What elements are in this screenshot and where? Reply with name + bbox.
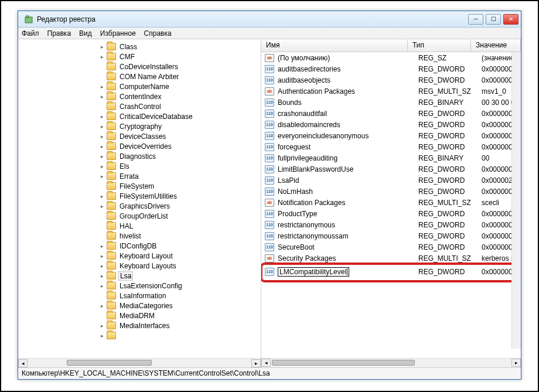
column-header-type[interactable]: Тип — [408, 39, 471, 52]
list-row[interactable]: 110BoundsREG_BINARY00 30 00 00 — [261, 97, 521, 108]
tree-node[interactable]: ▸GraphicsDrivers — [19, 201, 260, 211]
list-header[interactable]: Имя Тип Значение — [261, 39, 521, 52]
expander-icon[interactable] — [98, 312, 105, 319]
expander-icon[interactable]: ▸ — [98, 193, 105, 200]
list-vertical-scrollbar[interactable] — [511, 52, 521, 349]
value-name-edit[interactable]: LMCompatibilityLevel — [278, 267, 418, 277]
expander-icon[interactable] — [98, 223, 105, 230]
menu-help[interactable]: Справка — [144, 29, 172, 38]
tree-node[interactable]: ▸ — [19, 330, 260, 340]
scroll-left-arrow[interactable]: ◂ — [18, 359, 28, 367]
expander-icon[interactable]: ▸ — [98, 143, 105, 150]
list-row[interactable]: 110everyoneincludesanonymousREG_DWORD0x0… — [261, 130, 521, 141]
list-row[interactable]: 110auditbasedirectoriesREG_DWORD0x000000… — [261, 63, 521, 74]
close-button[interactable]: ✕ — [503, 14, 518, 25]
tree-node[interactable]: CoDeviceInstallers — [19, 62, 260, 71]
menu-edit[interactable]: Правка — [47, 29, 71, 38]
list-row[interactable]: abSecurity PackagesREG_MULTI_SZkerberos … — [261, 253, 521, 264]
tree-node[interactable]: ▸CMF — [19, 52, 260, 62]
tree-node[interactable]: MediaDRM — [19, 311, 260, 321]
list-row[interactable]: 110SecureBootREG_DWORD0x0000000 — [261, 241, 521, 253]
expander-icon[interactable]: ▸ — [98, 272, 105, 279]
expander-icon[interactable] — [98, 292, 105, 299]
tree-node[interactable]: GroupOrderList — [19, 211, 260, 221]
minimize-button[interactable]: ─ — [468, 14, 483, 25]
tree-node[interactable]: COM Name Arbiter — [19, 71, 260, 81]
list-body[interactable]: ab(По умолчанию)REG_SZ(значение110auditb… — [261, 52, 521, 358]
tree-node[interactable]: ▸MediaCategories — [19, 301, 260, 311]
list-horizontal-scrollbar[interactable]: ◂ ▸ — [261, 358, 521, 367]
expander-icon[interactable] — [98, 233, 105, 240]
expander-icon[interactable]: ▸ — [98, 302, 105, 309]
list-row[interactable]: 110NoLmHashREG_DWORD0x0000000 — [261, 186, 521, 197]
expander-icon[interactable]: ▸ — [98, 282, 105, 289]
tree-node[interactable]: hivelist — [19, 231, 260, 241]
list-row[interactable]: 110LsaPidREG_DWORD0x0000021 — [261, 175, 521, 186]
tree-node[interactable]: ▸ContentIndex — [19, 91, 260, 101]
expander-icon[interactable]: ▸ — [98, 173, 105, 180]
list-row[interactable]: abAuthentication PackagesREG_MULTI_SZmsv… — [261, 86, 521, 97]
tree-node[interactable]: ▸IDConfigDB — [19, 241, 260, 251]
expander-icon[interactable] — [98, 213, 105, 220]
tree-node[interactable]: LsaInformation — [19, 291, 260, 301]
list-row[interactable]: 110forceguestREG_DWORD0x0000000 — [261, 141, 521, 152]
tree-node[interactable]: ▸Lsa — [19, 271, 260, 281]
scroll-thumb[interactable] — [67, 360, 152, 366]
expander-icon[interactable]: ▸ — [98, 322, 105, 329]
list-row[interactable]: 110auditbaseobjectsREG_DWORD0x0000000 — [261, 74, 521, 86]
tree-node[interactable]: ▸Diagnostics — [19, 151, 260, 161]
tree-node[interactable]: ▸Errata — [19, 171, 260, 181]
scroll-thumb[interactable] — [272, 360, 415, 366]
expander-icon[interactable]: ▸ — [98, 203, 105, 210]
list-row[interactable]: ab(По умолчанию)REG_SZ(значение — [261, 52, 521, 63]
expander-icon[interactable]: ▸ — [98, 43, 105, 50]
tree-node[interactable]: ▸Class — [19, 42, 260, 52]
list-row[interactable]: 110disabledomaincredsREG_DWORD0x0000000 — [261, 119, 521, 130]
titlebar[interactable]: Редактор реестра ─ ☐ ✕ — [18, 11, 521, 28]
tree-node[interactable]: ▸Cryptography — [19, 121, 260, 131]
tree-node[interactable]: CrashControl — [19, 101, 260, 111]
tree-node[interactable]: FileSystem — [19, 181, 260, 191]
expander-icon[interactable] — [98, 63, 105, 70]
expander-icon[interactable] — [98, 183, 105, 190]
tree-node[interactable]: ▸FileSystemUtilities — [19, 191, 260, 201]
expander-icon[interactable]: ▸ — [98, 153, 105, 160]
expander-icon[interactable]: ▸ — [98, 83, 105, 90]
list-row[interactable]: abNotification PackagesREG_MULTI_SZscecl… — [261, 197, 521, 208]
list-row[interactable]: 110LimitBlankPasswordUseREG_DWORD0x00000… — [261, 163, 521, 175]
scroll-right-arrow[interactable]: ▸ — [251, 359, 261, 367]
list-row[interactable]: 110fullprivilegeauditingREG_BINARY00 — [261, 152, 521, 163]
list-row[interactable]: 110restrictanonymousREG_DWORD0x0000000 — [261, 219, 521, 230]
expander-icon[interactable]: ▸ — [98, 263, 105, 270]
column-header-data[interactable]: Значение — [471, 39, 521, 52]
list-row[interactable]: 110crashonauditfailREG_DWORD0x0000000 — [261, 108, 521, 119]
scroll-left-arrow[interactable]: ◂ — [261, 359, 271, 367]
tree-pane[interactable]: ▸Class▸CMFCoDeviceInstallersCOM Name Arb… — [18, 39, 261, 367]
expander-icon[interactable]: ▸ — [98, 53, 105, 60]
expander-icon[interactable] — [98, 73, 105, 80]
tree-node[interactable]: ▸LsaExtensionConfig — [19, 281, 260, 291]
expander-icon[interactable]: ▸ — [98, 253, 105, 260]
tree-node[interactable]: ▸DeviceOverrides — [19, 141, 260, 151]
tree-node[interactable]: ▸MediaInterfaces — [19, 321, 260, 330]
scroll-right-arrow[interactable]: ▸ — [511, 359, 521, 367]
expander-icon[interactable]: ▸ — [98, 243, 105, 250]
menu-file[interactable]: Файл — [22, 29, 39, 38]
list-row-editing[interactable]: 110 LMCompatibilityLevel REG_DWORD 0x000… — [261, 266, 521, 277]
maximize-button[interactable]: ☐ — [486, 14, 501, 25]
menu-view[interactable]: Вид — [79, 29, 92, 38]
expander-icon[interactable]: ▸ — [98, 332, 105, 339]
list-row[interactable]: 110ProductTypeREG_DWORD0x0000000 — [261, 208, 521, 219]
menu-favorites[interactable]: Избранное — [100, 29, 136, 38]
list-row[interactable]: 110restrictanonymoussamREG_DWORD0x000000… — [261, 230, 521, 241]
column-header-name[interactable]: Имя — [261, 39, 408, 52]
expander-icon[interactable] — [98, 103, 105, 110]
expander-icon[interactable]: ▸ — [98, 93, 105, 100]
tree-horizontal-scrollbar[interactable]: ◂ ▸ — [18, 358, 261, 367]
expander-icon[interactable]: ▸ — [98, 133, 105, 140]
tree-node[interactable]: ▸Keyboard Layouts — [19, 261, 260, 271]
tree-node[interactable]: HAL — [19, 221, 260, 231]
tree-node[interactable]: ▸ComputerName — [19, 81, 260, 91]
expander-icon[interactable]: ▸ — [98, 163, 105, 170]
tree-node[interactable]: ▸DeviceClasses — [19, 131, 260, 141]
